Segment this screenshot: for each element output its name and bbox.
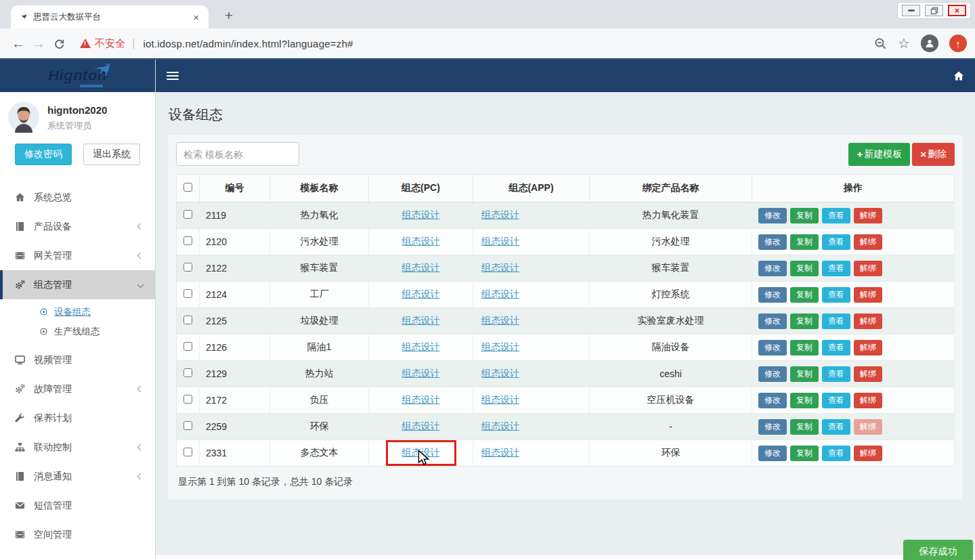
change-password-button[interactable]: 修改密码: [15, 144, 72, 165]
row-checkbox[interactable]: [183, 316, 192, 324]
unbind-button[interactable]: 解绑: [854, 366, 882, 382]
modify-button[interactable]: 修改: [758, 208, 787, 223]
bookmark-star-icon[interactable]: ☆: [898, 35, 910, 51]
sidebar-item-space[interactable]: 空间管理: [0, 520, 155, 549]
unbind-button[interactable]: 解绑: [854, 393, 882, 408]
config-design-pc-link[interactable]: 组态设计: [402, 394, 440, 405]
config-design-app-link[interactable]: 组态设计: [481, 341, 519, 352]
new-tab-button[interactable]: +: [219, 7, 238, 26]
view-button[interactable]: 查看: [822, 314, 850, 329]
unbind-button[interactable]: 解绑: [854, 208, 882, 223]
copy-button[interactable]: 复制: [790, 446, 819, 461]
config-design-pc-link[interactable]: 组态设计: [402, 341, 440, 352]
modify-button[interactable]: 修改: [758, 234, 787, 250]
browser-profile-icon[interactable]: [921, 35, 938, 52]
unbind-button[interactable]: 解绑: [854, 314, 882, 329]
config-design-pc-link[interactable]: 组态设计: [402, 288, 440, 299]
modify-button[interactable]: 修改: [758, 446, 787, 461]
row-checkbox[interactable]: [183, 210, 192, 219]
search-input[interactable]: [176, 142, 299, 166]
row-checkbox[interactable]: [183, 395, 192, 404]
config-design-app-link[interactable]: 组态设计: [481, 209, 519, 220]
config-design-app-link[interactable]: 组态设计: [481, 288, 519, 299]
back-icon[interactable]: ←: [8, 36, 28, 51]
config-design-app-link[interactable]: 组态设计: [481, 394, 519, 405]
sidebar-item-maintenance[interactable]: 保养计划: [0, 404, 155, 433]
copy-button[interactable]: 复制: [790, 419, 819, 435]
unbind-button[interactable]: 解绑: [854, 419, 882, 435]
view-button[interactable]: 查看: [822, 208, 850, 223]
config-design-pc-link[interactable]: 组态设计: [402, 447, 440, 458]
modify-button[interactable]: 修改: [758, 314, 787, 329]
select-all-checkbox[interactable]: [183, 183, 192, 192]
copy-button[interactable]: 复制: [790, 393, 819, 408]
sidebar-item-device-config[interactable]: 设备组态: [0, 302, 155, 322]
row-checkbox[interactable]: [183, 263, 192, 272]
copy-button[interactable]: 复制: [790, 340, 819, 356]
delete-button[interactable]: ×删除: [912, 143, 955, 166]
view-button[interactable]: 查看: [822, 234, 850, 250]
view-button[interactable]: 查看: [822, 446, 850, 461]
unbind-button[interactable]: 解绑: [854, 446, 882, 461]
modify-button[interactable]: 修改: [758, 287, 787, 303]
unbind-button[interactable]: 解绑: [854, 261, 882, 276]
browser-tab[interactable]: 思普云大数据平台 ×: [11, 5, 209, 28]
config-design-pc-link[interactable]: 组态设计: [402, 262, 440, 273]
copy-button[interactable]: 复制: [790, 208, 819, 223]
view-button[interactable]: 查看: [822, 393, 850, 408]
config-design-app-link[interactable]: 组态设计: [481, 315, 519, 326]
modify-button[interactable]: 修改: [758, 366, 787, 382]
view-button[interactable]: 查看: [822, 366, 850, 382]
tab-close-icon[interactable]: ×: [190, 12, 202, 23]
view-button[interactable]: 查看: [822, 340, 850, 356]
hamburger-menu-icon[interactable]: [167, 70, 179, 82]
view-button[interactable]: 查看: [822, 261, 850, 276]
config-design-app-link[interactable]: 组态设计: [481, 447, 519, 458]
row-checkbox[interactable]: [183, 421, 192, 430]
browser-update-icon[interactable]: ↑: [949, 35, 967, 52]
sidebar-item-config-management[interactable]: 组态管理: [0, 270, 155, 299]
unbind-button[interactable]: 解绑: [854, 340, 882, 356]
config-design-pc-link[interactable]: 组态设计: [402, 421, 440, 431]
zoom-icon[interactable]: [874, 37, 887, 50]
config-design-app-link[interactable]: 组态设计: [481, 368, 519, 379]
sidebar-item-fault[interactable]: 故障管理: [0, 374, 155, 404]
logout-button[interactable]: 退出系统: [83, 144, 140, 165]
copy-button[interactable]: 复制: [790, 366, 819, 382]
sidebar-item-production-line-config[interactable]: 生产线组态: [0, 322, 155, 341]
home-icon[interactable]: [953, 70, 964, 81]
row-checkbox[interactable]: [183, 368, 192, 377]
sidebar-item-product-devices[interactable]: 产品设备: [0, 212, 155, 241]
view-button[interactable]: 查看: [822, 287, 850, 303]
modify-button[interactable]: 修改: [758, 340, 787, 356]
config-design-pc-link[interactable]: 组态设计: [402, 236, 440, 246]
view-button[interactable]: 查看: [822, 419, 850, 435]
config-design-pc-link[interactable]: 组态设计: [402, 368, 440, 379]
config-design-app-link[interactable]: 组态设计: [481, 421, 519, 431]
sidebar-item-video[interactable]: 视频管理: [0, 345, 155, 374]
row-checkbox[interactable]: [183, 342, 192, 351]
config-design-app-link[interactable]: 组态设计: [481, 262, 519, 273]
row-checkbox[interactable]: [183, 236, 192, 245]
sidebar-item-linkage[interactable]: 联动控制: [0, 433, 155, 462]
close-button[interactable]: ×: [948, 5, 966, 16]
sidebar-item-sms[interactable]: 短信管理: [0, 491, 155, 520]
copy-button[interactable]: 复制: [790, 261, 819, 276]
config-design-pc-link[interactable]: 组态设计: [402, 315, 440, 326]
modify-button[interactable]: 修改: [758, 393, 787, 408]
config-design-app-link[interactable]: 组态设计: [481, 236, 519, 246]
sidebar-item-system-overview[interactable]: 系统总览: [0, 183, 155, 212]
modify-button[interactable]: 修改: [758, 419, 787, 435]
row-checkbox[interactable]: [183, 448, 192, 456]
reload-icon[interactable]: [49, 38, 69, 49]
modify-button[interactable]: 修改: [758, 261, 787, 276]
sidebar-item-notifications[interactable]: 消息通知: [0, 462, 155, 491]
copy-button[interactable]: 复制: [790, 234, 819, 250]
forward-icon[interactable]: →: [28, 36, 49, 51]
unbind-button[interactable]: 解绑: [854, 234, 882, 250]
copy-button[interactable]: 复制: [790, 314, 819, 329]
copy-button[interactable]: 复制: [790, 287, 819, 303]
address-bar[interactable]: 不安全 | iot.idosp.net/admin/index.html?lan…: [80, 37, 866, 50]
unbind-button[interactable]: 解绑: [854, 287, 882, 303]
row-checkbox[interactable]: [183, 289, 192, 298]
